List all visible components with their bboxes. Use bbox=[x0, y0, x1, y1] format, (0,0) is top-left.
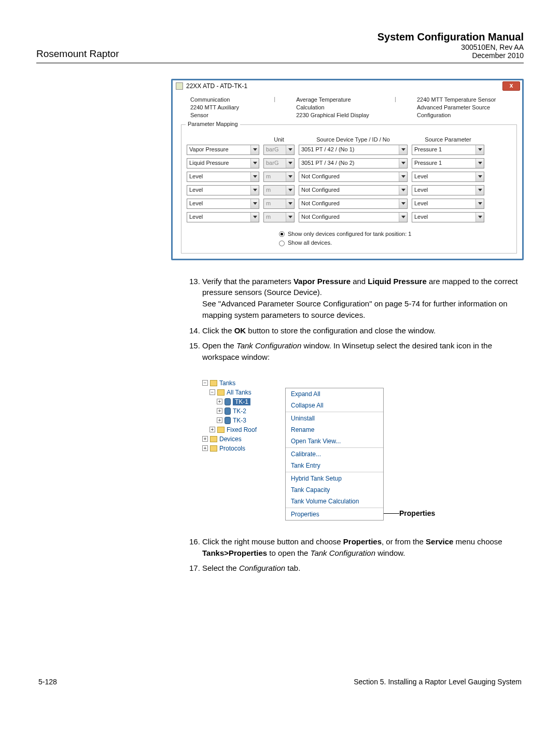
menu-rename[interactable]: Rename bbox=[286, 424, 383, 435]
tank-tree: −Tanks −All Tanks +TK-1 +TK-2 +TK-3 +Fix… bbox=[202, 378, 285, 453]
param-dropdown[interactable]: Level bbox=[187, 172, 259, 182]
expand-icon[interactable]: + bbox=[209, 427, 215, 432]
chevron-down-icon bbox=[399, 186, 407, 195]
product-name: Rosemount Raptor bbox=[36, 48, 119, 60]
menu-expand-all[interactable]: Expand All bbox=[286, 388, 383, 400]
sp-dropdown[interactable]: Pressure 1 bbox=[412, 158, 484, 168]
menu-properties[interactable]: Properties bbox=[286, 509, 383, 520]
doc-number: 300510EN, Rev AA bbox=[377, 43, 524, 51]
tree-item-tk1[interactable]: TK-1 bbox=[233, 398, 250, 405]
expand-icon[interactable]: + bbox=[202, 445, 208, 451]
tab-avg-temp[interactable]: Average Temperature Calculation bbox=[296, 96, 374, 111]
header-rule bbox=[36, 63, 524, 63]
unit-dropdown[interactable]: m bbox=[263, 199, 295, 209]
tab-communication[interactable]: Communication bbox=[190, 96, 253, 104]
expand-icon[interactable]: + bbox=[217, 399, 222, 404]
chevron-down-icon bbox=[475, 159, 484, 168]
menu-open-tank-view[interactable]: Open Tank View... bbox=[286, 435, 383, 447]
unit-dropdown[interactable]: m bbox=[263, 185, 295, 195]
sp-dropdown[interactable]: Level bbox=[412, 199, 484, 209]
unit-dropdown[interactable]: m bbox=[263, 212, 295, 222]
section-label: Section 5. Installing a Raptor Level Gau… bbox=[354, 678, 522, 686]
doc-date: December 2010 bbox=[377, 51, 524, 60]
map-row: Liquid Pressure barG 3051 PT / 34 / (No … bbox=[187, 158, 511, 168]
chevron-down-icon bbox=[399, 199, 407, 208]
step-15: Open the Tank Configuration window. In W… bbox=[202, 340, 524, 363]
expand-icon[interactable]: + bbox=[202, 436, 208, 442]
chevron-down-icon bbox=[399, 145, 407, 154]
chevron-down-icon bbox=[399, 159, 407, 168]
radio-show-all[interactable] bbox=[279, 241, 285, 246]
tab-advanced-config[interactable]: Advanced Parameter Source Configuration bbox=[417, 104, 517, 119]
chevron-down-icon bbox=[399, 213, 407, 222]
menu-hybrid-setup[interactable]: Hybrid Tank Setup bbox=[286, 473, 383, 484]
page-number: 5-128 bbox=[38, 678, 57, 686]
param-dropdown[interactable]: Liquid Pressure bbox=[187, 158, 259, 168]
menu-tank-capacity[interactable]: Tank Capacity bbox=[286, 484, 383, 496]
tank-icon bbox=[225, 398, 231, 405]
collapse-icon[interactable]: − bbox=[209, 389, 215, 395]
folder-icon bbox=[210, 380, 217, 386]
tab-temp-sensor[interactable]: 2240 MTT Temperature Sensor bbox=[417, 96, 517, 104]
folder-icon bbox=[210, 436, 217, 442]
folder-icon bbox=[210, 445, 217, 452]
tree-item-tk3[interactable]: TK-3 bbox=[233, 417, 246, 424]
sp-dropdown[interactable]: Level bbox=[412, 212, 484, 222]
param-dropdown[interactable]: Level bbox=[187, 185, 259, 195]
param-dropdown[interactable]: Vapor Pressure bbox=[187, 145, 259, 155]
chevron-down-icon bbox=[286, 172, 294, 181]
col-unit: Unit bbox=[263, 136, 295, 143]
param-dropdown[interactable]: Level bbox=[187, 212, 259, 222]
sp-dropdown[interactable]: Level bbox=[412, 185, 484, 195]
chevron-down-icon bbox=[475, 145, 484, 154]
chevron-down-icon bbox=[250, 172, 259, 181]
manual-title: System Configuration Manual bbox=[377, 31, 524, 43]
config-window: 22XX ATD - ATD-TK-1 x Communication 2240… bbox=[171, 79, 524, 260]
step-13: Verify that the parameters Vapor Pressur… bbox=[202, 276, 524, 321]
param-dropdown[interactable]: Level bbox=[187, 199, 259, 209]
tab-aux-sensor[interactable]: 2240 MTT Auxiliary Sensor bbox=[190, 104, 253, 119]
map-row: Vapor Pressure barG 3051 PT / 42 / (No 1… bbox=[187, 145, 511, 155]
source-dropdown[interactable]: Not Configured bbox=[299, 172, 408, 182]
chevron-down-icon bbox=[286, 145, 294, 154]
properties-callout: Properties bbox=[399, 509, 435, 521]
map-row: Level m Not Configured Level bbox=[187, 172, 511, 182]
window-titlebar: 22XX ATD - ATD-TK-1 x bbox=[173, 80, 522, 92]
unit-dropdown[interactable]: m bbox=[263, 172, 295, 182]
source-dropdown[interactable]: Not Configured bbox=[299, 185, 408, 195]
sp-dropdown[interactable]: Pressure 1 bbox=[412, 145, 484, 155]
menu-tank-entry[interactable]: Tank Entry bbox=[286, 460, 383, 471]
expand-icon[interactable]: + bbox=[217, 408, 222, 414]
source-dropdown[interactable]: Not Configured bbox=[299, 212, 408, 222]
chevron-down-icon bbox=[250, 186, 259, 195]
menu-volume-calc[interactable]: Tank Volume Calculation bbox=[286, 496, 383, 507]
instruction-list: Verify that the parameters Vapor Pressur… bbox=[181, 276, 524, 363]
source-dropdown[interactable]: 3051 PT / 42 / (No 1) bbox=[299, 145, 408, 155]
radio-configured-only[interactable] bbox=[279, 231, 285, 237]
source-dropdown[interactable]: 3051 PT / 34 / (No 2) bbox=[299, 158, 408, 168]
close-button[interactable]: x bbox=[502, 81, 520, 91]
window-title: 22XX ATD - ATD-TK-1 bbox=[186, 82, 247, 90]
unit-dropdown[interactable]: barG bbox=[263, 158, 295, 168]
map-row: Level m Not Configured Level bbox=[187, 185, 511, 195]
chevron-down-icon bbox=[475, 213, 484, 222]
menu-uninstall[interactable]: Uninstall bbox=[286, 413, 383, 424]
map-row: Level m Not Configured Level bbox=[187, 212, 511, 222]
menu-calibrate[interactable]: Calibrate... bbox=[286, 448, 383, 460]
menu-collapse-all[interactable]: Collapse All bbox=[286, 400, 383, 411]
window-icon bbox=[176, 82, 183, 90]
tank-icon bbox=[225, 407, 231, 415]
tab-field-display[interactable]: 2230 Graphical Field Display bbox=[296, 111, 374, 119]
chevron-down-icon bbox=[250, 213, 259, 222]
collapse-icon[interactable]: − bbox=[202, 380, 208, 386]
map-row: Level m Not Configured Level bbox=[187, 199, 511, 209]
sp-dropdown[interactable]: Level bbox=[412, 172, 484, 182]
expand-icon[interactable]: + bbox=[217, 417, 222, 423]
source-dropdown[interactable]: Not Configured bbox=[299, 199, 408, 209]
tree-item-tk2[interactable]: TK-2 bbox=[233, 407, 246, 415]
page-header: Rosemount Raptor System Configuration Ma… bbox=[36, 31, 524, 60]
unit-dropdown[interactable]: barG bbox=[263, 145, 295, 155]
instruction-list-2: Click the right mouse button and choose … bbox=[181, 536, 524, 574]
chevron-down-icon bbox=[250, 145, 259, 154]
chevron-down-icon bbox=[286, 199, 294, 208]
